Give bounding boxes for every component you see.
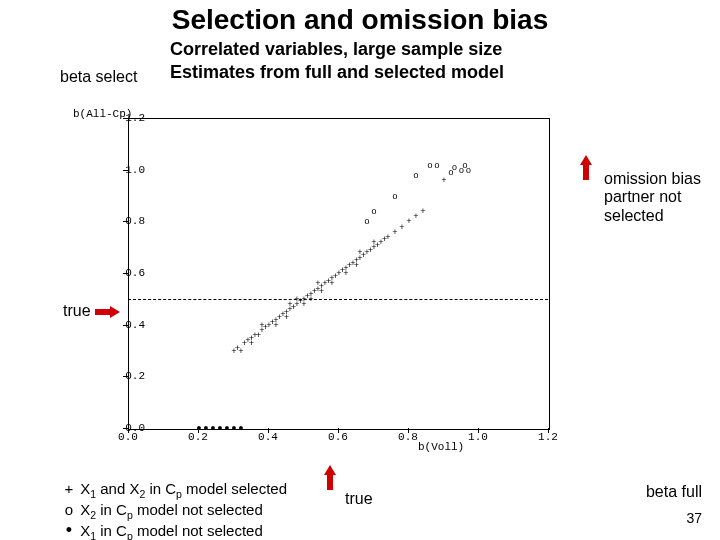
data-point: + bbox=[357, 249, 362, 258]
y-tick-label: 1.0 bbox=[125, 164, 145, 176]
data-point: + bbox=[249, 339, 254, 348]
circle-marker-icon: o bbox=[62, 501, 76, 520]
data-point: • bbox=[237, 425, 245, 434]
scatter-plot: b(All-Cp) b(Voll) ++++++++++++++++++++++… bbox=[73, 98, 573, 468]
data-point: + bbox=[273, 321, 278, 330]
true-label-y: true bbox=[63, 302, 91, 320]
data-point: + bbox=[238, 347, 243, 356]
y-axis-external-label: beta select bbox=[60, 68, 137, 86]
legend: + X1 and X2 in Cp model selected o X2 in… bbox=[62, 480, 287, 540]
legend-item-plus: + X1 and X2 in Cp model selected bbox=[62, 480, 287, 501]
arrow-up-icon-true-x bbox=[324, 465, 336, 490]
data-point: + bbox=[385, 233, 390, 242]
data-point: + bbox=[413, 213, 418, 222]
x-axis-external-label: beta full bbox=[646, 483, 702, 501]
data-point: + bbox=[371, 239, 376, 248]
plot-area: ++++++++++++++++++++++++++++++++++++++++… bbox=[128, 118, 550, 430]
slide-title: Selection and omission bias bbox=[0, 4, 720, 36]
data-point: + bbox=[259, 321, 264, 330]
data-point: + bbox=[392, 228, 397, 237]
data-point: + bbox=[301, 301, 306, 310]
omission-label: omission bias partner not selected bbox=[604, 170, 701, 225]
slide-subtitle: Correlated variables, large sample size … bbox=[170, 38, 504, 83]
plus-marker-icon: + bbox=[62, 480, 76, 499]
true-label-x: true bbox=[345, 490, 373, 508]
y-tick-label: 0.8 bbox=[125, 215, 145, 227]
slide-number: 37 bbox=[686, 510, 702, 526]
omission-line3: selected bbox=[604, 207, 664, 224]
slide: Selection and omission bias Correlated v… bbox=[0, 0, 720, 540]
data-point: + bbox=[294, 295, 299, 304]
x-axis-title: b(Voll) bbox=[418, 441, 464, 453]
data-point: + bbox=[319, 288, 324, 297]
data-point: o bbox=[427, 161, 432, 170]
subtitle-line2: Estimates from full and selected model bbox=[170, 62, 504, 82]
omission-line1: omission bias bbox=[604, 170, 701, 187]
arrow-right-icon bbox=[95, 306, 120, 318]
y-tick-label: 0.4 bbox=[125, 319, 145, 331]
arrow-up-icon-omission bbox=[580, 155, 592, 180]
y-tick-label: 0.2 bbox=[125, 370, 145, 382]
data-point: o bbox=[413, 171, 418, 180]
data-point: + bbox=[354, 262, 359, 271]
y-tick-label: 1.2 bbox=[125, 112, 145, 124]
data-point: o bbox=[364, 218, 369, 227]
data-point: + bbox=[308, 295, 313, 304]
legend-item-circle: o X2 in Cp model not selected bbox=[62, 501, 287, 522]
data-point: + bbox=[399, 223, 404, 232]
data-point: + bbox=[287, 301, 292, 310]
y-tick-label: 0.6 bbox=[125, 267, 145, 279]
dot-marker-icon: • bbox=[62, 524, 76, 536]
data-point: + bbox=[420, 208, 425, 217]
data-point: + bbox=[343, 270, 348, 279]
data-point: o bbox=[466, 166, 471, 175]
data-point: + bbox=[441, 177, 446, 186]
data-point: + bbox=[406, 218, 411, 227]
data-point: o bbox=[434, 161, 439, 170]
data-point: o bbox=[371, 208, 376, 217]
data-point: o bbox=[452, 164, 457, 173]
data-point: + bbox=[329, 280, 334, 289]
legend-item-dot: • X1 in Cp model not selected bbox=[62, 522, 287, 540]
data-point: + bbox=[284, 313, 289, 322]
data-point: o bbox=[392, 192, 397, 201]
true-line-horizontal bbox=[128, 299, 548, 300]
subtitle-line1: Correlated variables, large sample size bbox=[170, 39, 502, 59]
omission-line2: partner not bbox=[604, 188, 681, 205]
